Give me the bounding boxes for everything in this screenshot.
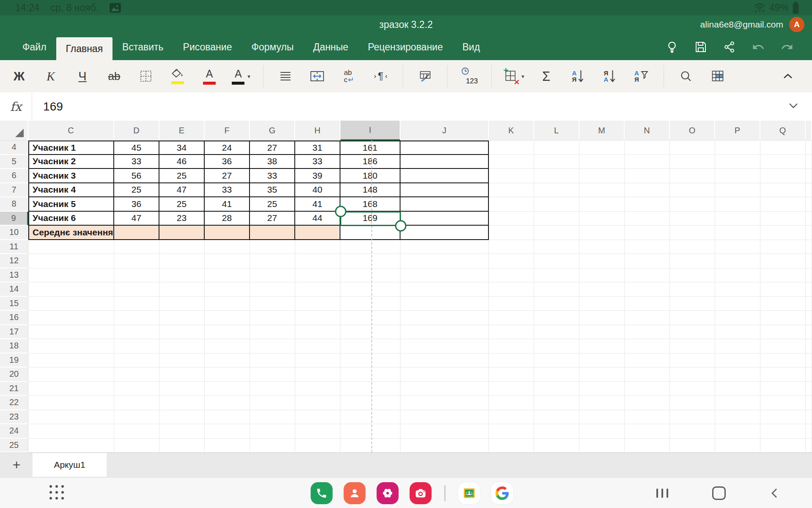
cell-D14[interactable] xyxy=(114,282,159,297)
cell-P15[interactable] xyxy=(715,297,760,311)
cell-I16[interactable] xyxy=(340,311,401,325)
selection-handle-bottom-right[interactable] xyxy=(395,220,406,232)
cell-Q25[interactable] xyxy=(760,439,806,453)
cell-K24[interactable] xyxy=(489,424,534,439)
cell-N17[interactable] xyxy=(625,325,670,340)
row-header-9[interactable]: 9 xyxy=(0,212,28,226)
cell-I25[interactable] xyxy=(340,439,401,453)
cell-O10[interactable] xyxy=(670,226,715,240)
cell-J21[interactable] xyxy=(401,382,489,396)
cell-D24[interactable] xyxy=(114,424,159,439)
cell-F23[interactable] xyxy=(205,410,250,425)
cell-G24[interactable] xyxy=(250,424,295,439)
cell-L19[interactable] xyxy=(534,353,579,368)
cell-G23[interactable] xyxy=(250,410,295,425)
cell-H15[interactable] xyxy=(295,297,340,311)
cell-O5[interactable] xyxy=(670,155,715,169)
app-drawer-button[interactable] xyxy=(49,485,64,500)
cell-O4[interactable] xyxy=(670,141,715,155)
cell-N10[interactable] xyxy=(625,226,670,240)
autosum-button[interactable]: Σ xyxy=(537,64,556,89)
cell-P10[interactable] xyxy=(715,226,760,240)
cell-D13[interactable] xyxy=(114,268,159,283)
row-header-4[interactable]: 4 xyxy=(0,141,28,155)
cell-J11[interactable] xyxy=(401,240,489,254)
cell-K18[interactable] xyxy=(489,339,534,353)
cell-P6[interactable] xyxy=(715,169,760,183)
sort-descending-button[interactable]: ЯА xyxy=(600,64,620,89)
column-header-L[interactable]: L xyxy=(534,121,579,141)
cell-H6[interactable]: 39 xyxy=(295,169,340,183)
cell-I17[interactable] xyxy=(340,325,401,340)
cell-D10[interactable] xyxy=(114,226,159,240)
cell-edge13[interactable] xyxy=(806,268,812,283)
cell-D12[interactable] xyxy=(114,254,159,268)
google-app-icon[interactable] xyxy=(491,482,513,504)
cell-N5[interactable] xyxy=(625,155,670,169)
cell-M25[interactable] xyxy=(579,439,625,453)
cell-edge20[interactable] xyxy=(806,367,812,382)
cell-F19[interactable] xyxy=(205,353,250,368)
row-header-24[interactable]: 24 xyxy=(0,424,28,439)
cell-L4[interactable] xyxy=(534,141,579,155)
cell-J4[interactable] xyxy=(401,141,489,155)
cell-E8[interactable]: 25 xyxy=(159,197,205,212)
cell-E4[interactable]: 34 xyxy=(159,141,205,155)
cell-P12[interactable] xyxy=(715,254,760,268)
cell-D20[interactable] xyxy=(114,367,159,382)
cell-E19[interactable] xyxy=(159,353,205,368)
cell-H7[interactable]: 40 xyxy=(295,183,340,198)
cell-O21[interactable] xyxy=(670,382,715,396)
column-header-I[interactable]: I xyxy=(340,121,401,141)
cell-O7[interactable] xyxy=(670,183,715,198)
cell-L14[interactable] xyxy=(534,282,579,297)
cell-H24[interactable] xyxy=(295,424,340,439)
cell-G14[interactable] xyxy=(250,282,295,297)
cell-N16[interactable] xyxy=(625,311,670,325)
borders-button[interactable] xyxy=(136,64,156,89)
cell-K19[interactable] xyxy=(489,353,534,368)
cell-L7[interactable] xyxy=(534,183,579,198)
cell-O24[interactable] xyxy=(670,424,715,439)
cell-J25[interactable] xyxy=(401,439,489,453)
row-header-18[interactable]: 18 xyxy=(0,339,28,353)
cell-Q6[interactable] xyxy=(760,169,806,183)
cell-M6[interactable] xyxy=(579,169,625,183)
cell-C7[interactable]: Учасник 4 xyxy=(28,183,114,198)
cell-M5[interactable] xyxy=(579,155,625,169)
cell-M8[interactable] xyxy=(579,197,625,212)
cell-H16[interactable] xyxy=(295,311,340,325)
cell-P16[interactable] xyxy=(715,311,760,325)
cell-D4[interactable]: 45 xyxy=(114,141,159,155)
cell-L15[interactable] xyxy=(534,297,579,311)
fill-color-button[interactable] xyxy=(168,64,187,89)
cell-H17[interactable] xyxy=(295,325,340,340)
cell-G7[interactable]: 35 xyxy=(250,183,295,198)
cell-K13[interactable] xyxy=(489,268,534,283)
cell-D21[interactable] xyxy=(114,382,159,396)
cell-G16[interactable] xyxy=(250,311,295,325)
spreadsheet-grid[interactable]: CDEFGHIJKLMNOPQ4Учасник 145342427311615У… xyxy=(0,121,812,453)
cell-K10[interactable] xyxy=(489,226,534,240)
cell-E24[interactable] xyxy=(159,424,205,439)
column-header-D[interactable]: D xyxy=(114,121,159,141)
cell-E23[interactable] xyxy=(159,410,205,425)
cell-N7[interactable] xyxy=(625,183,670,198)
cell-edge19[interactable] xyxy=(806,353,812,368)
cell-P19[interactable] xyxy=(715,353,760,368)
cell-O19[interactable] xyxy=(670,353,715,368)
cell-M17[interactable] xyxy=(579,325,625,340)
cell-edge22[interactable] xyxy=(806,396,812,410)
formula-bar[interactable]: fx 169 xyxy=(0,92,812,121)
cell-K8[interactable] xyxy=(489,197,534,212)
cell-N22[interactable] xyxy=(625,396,670,410)
cell-L10[interactable] xyxy=(534,226,579,240)
row-header-13[interactable]: 13 xyxy=(0,268,28,283)
redo-icon[interactable] xyxy=(781,41,793,53)
cell-Q22[interactable] xyxy=(760,396,806,410)
cell-L13[interactable] xyxy=(534,268,579,283)
cell-Q14[interactable] xyxy=(760,282,806,297)
classroom-app-icon[interactable] xyxy=(458,482,480,504)
row-header-11[interactable]: 11 xyxy=(0,240,28,254)
cell-O13[interactable] xyxy=(670,268,715,283)
